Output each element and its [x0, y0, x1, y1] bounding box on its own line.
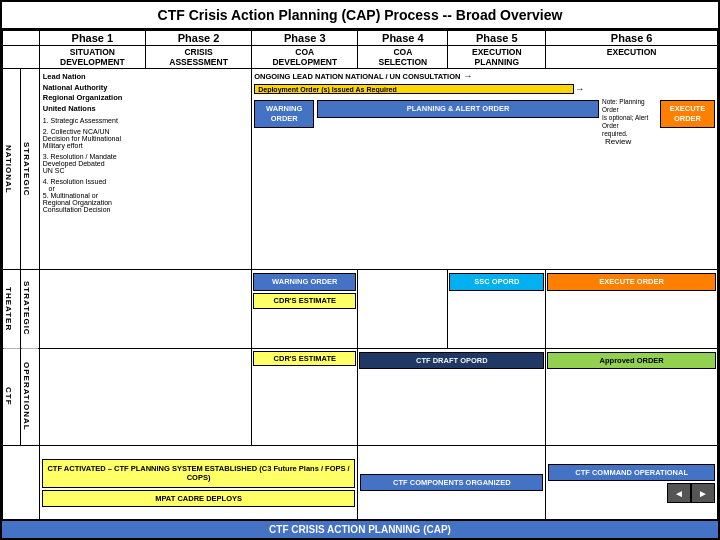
ctf-phase6-cell: Approved ORDER — [546, 348, 718, 445]
national-phases36-cell: ONGOING LEAD NATION NATIONAL / UN CONSUL… — [252, 69, 718, 270]
resolution-issued: 4. Resolution Issued or5. Multinational … — [43, 178, 248, 213]
national-phase12-cell: Lead NationNational AuthorityRegional Or… — [39, 69, 251, 270]
phase4-header: Phase 4 — [358, 31, 448, 46]
phase4-sub: COASELECTION — [358, 46, 448, 69]
national-label: NATIONAL — [3, 69, 21, 270]
phase3-sub: COADEVELOPMENT — [252, 46, 358, 69]
phase1-sub: SITUATIONDEVELOPMENT — [39, 46, 145, 69]
ctf-components-cell: CTF COMPONENTS ORGANIZED — [358, 445, 546, 519]
warning-order-1: WARNING ORDER — [254, 98, 314, 130]
phase2-sub: CRISISASSESSMENT — [145, 46, 251, 69]
orders-row: WARNING ORDER PLANNING & ALERT ORDER Not… — [254, 98, 715, 147]
ctf-operational-label: OPERATIONAL — [21, 348, 39, 445]
ctf-command-cell: CTF COMMAND OPERATIONAL ◄ ► — [546, 445, 718, 519]
theater-strategic-label: STRATEGIC — [21, 270, 39, 348]
ctf-activated-box: CTF ACTIVATED – CTF PLANNING SYSTEM ESTA… — [42, 459, 356, 489]
ongoing-bar: ONGOING LEAD NATION NATIONAL / UN CONSUL… — [254, 71, 715, 81]
strategic-assessment: 1. Strategic Assessment — [43, 117, 248, 124]
deployment-bar: Deployment Order (s) Issued As Required … — [254, 84, 715, 94]
execute-order-1: EXECUTE ORDER — [660, 98, 715, 130]
phase2-header: Phase 2 — [145, 31, 251, 46]
note-text: Note: Planning OrderIs optional; Alert O… — [602, 98, 657, 147]
national-text: Lead NationNational AuthorityRegional Or… — [43, 72, 248, 114]
theater-label: THEATER — [3, 270, 21, 348]
theater-phase4-cell — [358, 270, 448, 348]
ctf-label: CTF — [3, 348, 21, 445]
next-button[interactable]: ► — [691, 483, 715, 503]
collective-decision: 2. Collective NCA/UNDecision for Multina… — [43, 128, 248, 149]
theater-phase6-cell: EXECUTE ORDER — [546, 270, 718, 348]
ctf-phase12-cell — [39, 348, 251, 445]
ctf-phase45-cell: CTF DRAFT OPORD — [358, 348, 546, 445]
phase6-header: Phase 6 — [546, 31, 718, 46]
middle-section: PLANNING & ALERT ORDER Note: Planning Or… — [317, 98, 657, 147]
planning-alert-box: PLANNING & ALERT ORDER — [317, 98, 599, 147]
nav-buttons: ◄ ► — [548, 483, 715, 503]
resolution-mandate: 3. Resolution / MandateDeveloped Debated… — [43, 153, 248, 174]
ctf-phase3-cell: CDR'S ESTIMATE — [252, 348, 358, 445]
phase6-sub: EXECUTION — [546, 46, 718, 69]
bottom-bar: CTF CRISIS ACTION PLANNING (CAP) — [2, 520, 718, 538]
ctf-activated-cell: CTF ACTIVATED – CTF PLANNING SYSTEM ESTA… — [39, 445, 358, 519]
theater-phase5-cell: SSC OPORD — [448, 270, 546, 348]
prev-button[interactable]: ◄ — [667, 483, 691, 503]
phase5-header: Phase 5 — [448, 31, 546, 46]
phase5-sub: EXECUTIONPLANNING — [448, 46, 546, 69]
arrow-right-ongoing: → — [463, 71, 472, 81]
theater-phase12-cell — [39, 270, 251, 348]
mpat-cadre-box: MPAT CADRE DEPLOYS — [42, 490, 356, 507]
phase1-header: Phase 1 — [39, 31, 145, 46]
review-label: Review — [605, 137, 631, 146]
ctf-components-box: CTF COMPONENTS ORGANIZED — [360, 474, 543, 492]
main-container: CTF Crisis Action Planning (CAP) Process… — [0, 0, 720, 540]
page-title: CTF Crisis Action Planning (CAP) Process… — [2, 2, 718, 30]
arrow-deployment: → — [575, 84, 584, 94]
theater-phase3-cell: WARNING ORDER CDR'S ESTIMATE — [252, 270, 358, 348]
ctf-command-box: CTF COMMAND OPERATIONAL — [548, 464, 715, 482]
phase3-header: Phase 3 — [252, 31, 358, 46]
strategic-label: STRATEGIC — [21, 69, 39, 270]
